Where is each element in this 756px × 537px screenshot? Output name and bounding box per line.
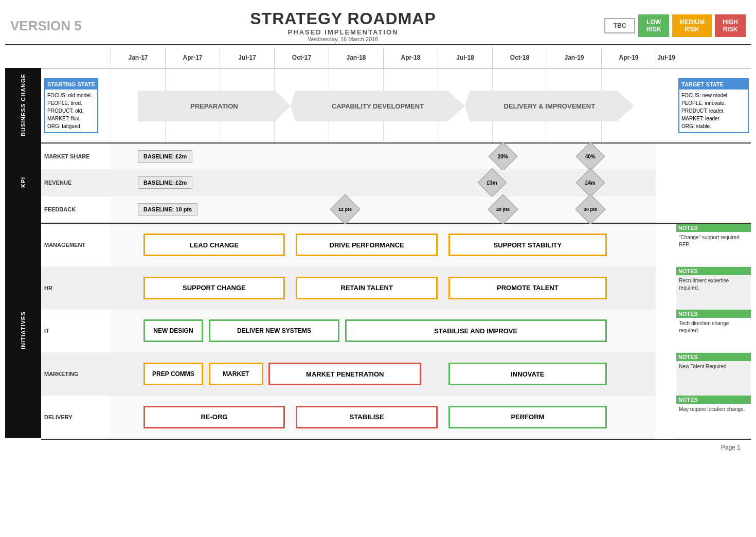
- box-perform: PERFORM: [448, 406, 606, 428]
- box-reorg: RE-ORG: [143, 406, 285, 428]
- notes-marketing: NOTES New Talent Required: [676, 353, 751, 396]
- month-apr18: Apr-18: [383, 47, 438, 68]
- title-block: STRATEGY ROADMAP PHASED IMPLEMENTATION W…: [250, 9, 436, 42]
- target-state-title: TARGET STATE: [679, 79, 748, 90]
- init-name-it: IT: [41, 310, 111, 353]
- notes-mgmt: NOTES "Change" support required. RFP.: [676, 224, 751, 267]
- bc-grid: PREPARATION CAPABILITY DEVELOPMENT DELIV…: [111, 69, 656, 142]
- init-grid: LEAD CHANGE DRIVE PERFORMANCE SUPPORT ST…: [111, 224, 656, 439]
- kpi-end-col: [656, 144, 676, 223]
- kpi-notes-empty: [676, 144, 751, 223]
- box-support-change: SUPPORT CHANGE: [143, 277, 285, 299]
- notes-col: NOTES "Change" support required. RFP. NO…: [676, 224, 751, 439]
- init-section: MANAGEMENT HR IT MARKETING DELIVERY LEAD…: [41, 224, 751, 440]
- ms-baseline: BASELINE: £2m: [138, 150, 192, 163]
- notes-hr-title: NOTES: [676, 267, 751, 275]
- risk-badges: TBC LOWRISK MEDIUMRISK HIGHRISK: [604, 14, 746, 37]
- init-end-col: [656, 224, 676, 439]
- box-prep-comms: PREP COMMS: [143, 363, 204, 385]
- notes-it-title: NOTES: [676, 310, 751, 318]
- timeline-area: Jan-17 Apr-17 Jul-17 Oct-17 Jan-18 Apr-1…: [41, 47, 751, 440]
- version-label: VERSION 5: [10, 18, 82, 34]
- ms-diamond-20: 20%: [489, 142, 518, 171]
- fb-diamond-30: 30 pts: [575, 194, 605, 224]
- notes-hr-text: Recruitment expertise required.: [679, 277, 748, 292]
- init-name-mgmt: MANAGEMENT: [41, 224, 111, 267]
- badge-high: HIGHRISK: [715, 14, 746, 37]
- month-jan17: Jan-17: [111, 47, 165, 68]
- rev-diamond-3m: £3m: [478, 168, 507, 198]
- bc-section: STARTING STATE FOCUS: old model. PEOPLE:…: [41, 69, 751, 144]
- init-row-hr: SUPPORT CHANGE RETAIN TALENT PROMOTE TAL…: [111, 267, 656, 310]
- subtitle: PHASED IMPLEMENTATION: [250, 28, 436, 36]
- init-row-it: NEW DESIGN DELIVER NEW SYSTEMS STABILISE…: [111, 310, 656, 353]
- notes-marketing-title: NOTES: [676, 353, 751, 361]
- box-market: MARKET: [209, 363, 263, 385]
- page: VERSION 5 STRATEGY ROADMAP PHASED IMPLEM…: [0, 0, 756, 537]
- box-innovate: INNOVATE: [448, 363, 606, 385]
- init-name-delivery: DELIVERY: [41, 396, 111, 439]
- box-stabilise: STABILISE: [296, 406, 438, 428]
- target-state-box: TARGET STATE FOCUS: new model. PEOPLE: i…: [678, 78, 749, 134]
- rev-diamond-4m: £4m: [576, 168, 605, 198]
- init-row-marketing: PREP COMMS MARKET MARKET PENETRATION INN…: [111, 353, 656, 396]
- box-stabilise-improve: STABILISE AND IMPROVE: [345, 319, 607, 342]
- init-row-delivery: RE-ORG STABILISE PERFORM: [111, 396, 656, 439]
- bc-end-col: [656, 69, 676, 142]
- fb-diamond-12: 12 pts: [330, 194, 360, 224]
- kpi-row-revenue: BASELINE: £2m £3m £4m: [111, 170, 656, 196]
- init-name-marketing: MARKETING: [41, 353, 111, 396]
- month-jan19: Jan-19: [547, 47, 601, 68]
- box-drive-performance: DRIVE PERFORMANCE: [296, 234, 438, 256]
- starting-state-content: FOCUS: old model. PEOPLE: tired. PRODUCT…: [45, 90, 97, 132]
- notes-mgmt-text: "Change" support required. RFP.: [679, 234, 748, 248]
- fb-baseline: BASELINE: 10 pts: [138, 203, 197, 216]
- notes-it: NOTES Tech direction change required.: [676, 310, 751, 353]
- capability-arrow: CAPABILITY DEVELOPMENT: [291, 91, 465, 121]
- box-promote-talent: PROMOTE TALENT: [448, 277, 606, 299]
- date: Wednesday, 16 March 2016: [250, 36, 436, 42]
- month-oct17: Oct-17: [274, 47, 329, 68]
- kpi-name-revenue: REVENUE: [41, 170, 111, 196]
- badge-medium: MEDIUMRISK: [672, 14, 712, 37]
- notes-marketing-text: New Talent Required: [679, 363, 748, 370]
- timeline-months: Jan-17 Apr-17 Jul-17 Oct-17 Jan-18 Apr-1…: [111, 47, 656, 68]
- box-lead-change: LEAD CHANGE: [143, 234, 285, 256]
- bc-row-name: STARTING STATE FOCUS: old model. PEOPLE:…: [41, 69, 111, 142]
- month-jul19: Jul-19: [656, 47, 676, 68]
- fb-diamond-20: 20 pts: [488, 194, 518, 224]
- kpi-name-feedback: FEEDBACK: [41, 196, 111, 223]
- init-section-label: INITIATIVES: [5, 222, 41, 438]
- notes-hr: NOTES Recruitment expertise required.: [676, 267, 751, 310]
- month-oct18: Oct-18: [492, 47, 547, 68]
- month-apr19: Apr-19: [601, 47, 656, 68]
- box-new-design: NEW DESIGN: [143, 319, 204, 342]
- month-jul18: Jul-18: [438, 47, 492, 68]
- bc-section-label: BUSINESS CHANGE: [5, 68, 41, 142]
- section-labels: BUSINESS CHANGE KPI INITIATIVES: [5, 47, 41, 440]
- month-apr17: Apr-17: [165, 47, 220, 68]
- kpi-section-label: KPI: [5, 142, 41, 222]
- main-area: BUSINESS CHANGE KPI INITIATIVES Jan-17 A…: [5, 47, 751, 440]
- notes-mgmt-title: NOTES: [676, 224, 751, 232]
- init-names: MANAGEMENT HR IT MARKETING DELIVERY: [41, 224, 111, 439]
- month-jul17: Jul-17: [220, 47, 274, 68]
- delivery-arrow: DELIVERY & IMPROVEMENT: [465, 91, 634, 121]
- kpi-row-marketshare: BASELINE: £2m 20% 40%: [111, 144, 656, 170]
- init-row-mgmt: LEAD CHANGE DRIVE PERFORMANCE SUPPORT ST…: [111, 224, 656, 267]
- target-state-content: FOCUS: new model. PEOPLE: innovate. PROD…: [679, 90, 748, 132]
- preparation-arrow: PREPARATION: [138, 91, 291, 121]
- rev-baseline: BASELINE: £2m: [138, 176, 192, 189]
- kpi-section: MARKET SHARE REVENUE FEEDBACK BASELINE: …: [41, 144, 751, 224]
- notes-delivery-text: May require location change.: [679, 406, 748, 413]
- notes-delivery-title: NOTES: [676, 396, 751, 404]
- main-title: STRATEGY ROADMAP: [250, 9, 436, 28]
- badge-tbc: TBC: [604, 18, 635, 33]
- box-deliver-new-systems: DELIVER NEW SYSTEMS: [209, 319, 339, 342]
- notes-it-text: Tech direction change required.: [679, 320, 748, 334]
- target-state-wrap: TARGET STATE FOCUS: new model. PEOPLE: i…: [676, 69, 751, 142]
- box-support-stability: SUPPORT STABILITY: [448, 234, 606, 256]
- box-retain-talent: RETAIN TALENT: [296, 277, 438, 299]
- month-jan18: Jan-18: [329, 47, 383, 68]
- kpi-row-feedback: BASELINE: 10 pts 12 pts 20 pts 30 pts: [111, 196, 656, 223]
